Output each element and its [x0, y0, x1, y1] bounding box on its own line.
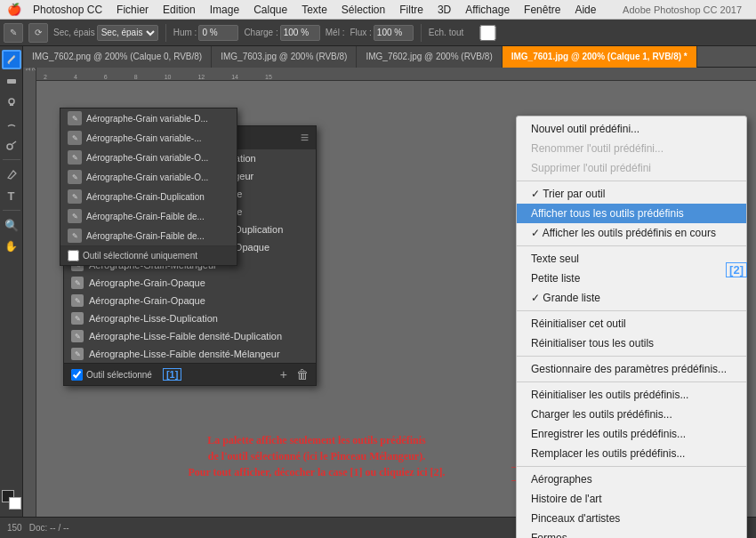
- tab-1[interactable]: IMG_7603.jpg @ 200% (RVB/8): [212, 46, 357, 68]
- tab-2[interactable]: IMG_7602.jpg @ 200% (RVB/8): [357, 46, 502, 68]
- ruler-vertical: 1234: [23, 68, 36, 517]
- ech-label: Ech. tout: [429, 28, 463, 37]
- tpd-item-icon-1: ✎: [68, 131, 82, 145]
- tpd-list: ✎Aérographe-Grain variable-D...✎Aérograp…: [60, 108, 237, 245]
- tpd-item-1[interactable]: ✎Aérographe-Grain variable-...: [60, 128, 237, 148]
- ctx-item-8[interactable]: Texte seul: [517, 249, 746, 269]
- tpd-item-2[interactable]: ✎Aérographe-Grain variable-O...: [60, 148, 237, 167]
- ctx-item-18[interactable]: Charger les outils prédéfinis...: [517, 405, 746, 424]
- ctx-item-19[interactable]: Enregistrer les outils prédéfinis...: [517, 424, 746, 444]
- brush-tool-icon[interactable]: ✎: [4, 23, 23, 43]
- panel-item-8[interactable]: ✎Aérographe-Grain-Opaque: [64, 292, 316, 309]
- panel-add-icon[interactable]: +: [280, 367, 287, 381]
- menu-affichage[interactable]: Affichage: [459, 2, 516, 18]
- stamp-tool-btn[interactable]: [2, 92, 21, 112]
- ctx-item-2: Supprimer l'outil prédéfini: [517, 158, 746, 178]
- ctx-item-23[interactable]: Histoire de l'art: [517, 489, 746, 509]
- charge-field: Charge :: [244, 25, 319, 41]
- mel-label: Mél :: [326, 28, 345, 37]
- tab-bar: IMG_7602.png @ 200% (Calque 0, RVB/8) IM…: [23, 46, 756, 68]
- panel-checkbox-text: Outil sélectionné: [86, 370, 152, 380]
- tpd-footer: Outil sélectionné uniquement: [60, 245, 237, 265]
- menu-texte[interactable]: Texte: [295, 2, 334, 18]
- ctx-item-25[interactable]: Formes: [517, 528, 746, 538]
- options-bar: ✎ ⟳ Sec, épais Sec, épais Hum : 0 % Char…: [0, 20, 756, 46]
- flux-label: Flux :: [350, 28, 371, 37]
- type-tool-btn[interactable]: T: [2, 186, 21, 205]
- flux-input[interactable]: [374, 25, 414, 41]
- menu-edition[interactable]: Edition: [157, 2, 202, 18]
- toolbar-separator: [3, 159, 20, 160]
- ruler-horizontal: 2 4 6 8 10 12 14 15: [36, 68, 756, 81]
- menu-filtre[interactable]: Filtre: [393, 2, 430, 18]
- tpd-item-6[interactable]: ✎Aérographe-Grain-Faible de...: [60, 226, 237, 245]
- dodge-tool-btn[interactable]: [2, 135, 21, 155]
- tpd-item-0[interactable]: ✎Aérographe-Grain variable-D...: [60, 108, 237, 128]
- tpd-item-icon-3: ✎: [68, 170, 82, 184]
- panel-item-11[interactable]: ✎Aérographe-Lisse-Faible densité-Mélange…: [64, 345, 316, 363]
- zoom-level: 150: [7, 523, 22, 533]
- smudge-tool-btn[interactable]: [2, 114, 21, 133]
- ctx-item-9[interactable]: Petite liste: [517, 269, 746, 288]
- brush-tool-btn[interactable]: [2, 50, 21, 69]
- ctx-item-12[interactable]: Réinitialiser cet outil: [517, 314, 746, 333]
- menu-aide[interactable]: Aide: [568, 2, 602, 18]
- panel-item-9[interactable]: ✎Aérographe-Lisse-Duplication: [64, 309, 316, 327]
- menu-calque[interactable]: Calque: [247, 2, 294, 18]
- ctx-item-13[interactable]: Réinitialiser tous les outils: [517, 333, 746, 353]
- eraser-tool-btn[interactable]: [2, 71, 21, 91]
- ctx-item-5[interactable]: Afficher tous les outils prédéfinis: [517, 204, 746, 223]
- charge-label: Charge :: [244, 28, 277, 37]
- svg-line-4: [12, 141, 16, 144]
- tab-0[interactable]: IMG_7602.png @ 200% (Calque 0, RVB/8): [23, 46, 212, 68]
- tool-preset-dropdown: ✎Aérographe-Grain variable-D...✎Aérograp…: [60, 108, 237, 266]
- size-select[interactable]: Sec, épais: [97, 25, 158, 41]
- panel-delete-icon[interactable]: 🗑: [296, 367, 309, 381]
- hum-field: Hum : 0 %: [173, 25, 239, 41]
- pen-tool-btn[interactable]: [2, 165, 21, 184]
- panel-checkbox-label[interactable]: Outil sélectionné: [71, 369, 152, 381]
- tpd-item-icon-2: ✎: [68, 150, 82, 165]
- tpd-item-icon-4: ✎: [68, 189, 82, 204]
- ctx-item-20[interactable]: Remplacer les outils prédéfinis...: [517, 444, 746, 463]
- tpd-item-3[interactable]: ✎Aérographe-Grain variable-O...: [60, 167, 237, 187]
- tpd-checkbox[interactable]: [68, 250, 79, 261]
- tab-3[interactable]: IMG_7601.jpg @ 200% (Calque 1, RVB/8) *: [503, 46, 697, 68]
- foreground-bg-tools: [2, 490, 21, 513]
- panel-item-icon-7: ✎: [71, 277, 84, 289]
- mel-field: Mél :: [326, 28, 345, 37]
- menu-fichier[interactable]: Fichier: [110, 2, 155, 18]
- zoom-tool-btn[interactable]: 🔍: [2, 215, 21, 235]
- tpd-item-4[interactable]: ✎Aérographe-Grain-Duplication: [60, 187, 237, 206]
- menu-selection[interactable]: Sélection: [335, 2, 391, 18]
- panel-menu-icon[interactable]: ≡: [301, 130, 309, 146]
- hum-input[interactable]: 0 %: [198, 25, 238, 41]
- ctx-item-24[interactable]: Pinceaux d'artistes: [517, 509, 746, 528]
- ctx-item-4[interactable]: Trier par outil: [517, 184, 746, 204]
- panel-item-10[interactable]: ✎Aérographe-Lisse-Faible densité-Duplica…: [64, 327, 316, 345]
- hand-tool-btn[interactable]: ✋: [2, 237, 21, 256]
- panel-item-7[interactable]: ✎Aérographe-Grain-Opaque: [64, 274, 316, 292]
- ech-checkbox[interactable]: [468, 25, 508, 41]
- menu-fenetre[interactable]: Fenêtre: [518, 2, 567, 18]
- ctx-item-6[interactable]: Afficher les outils prédéfinis en cours: [517, 223, 746, 243]
- charge-input[interactable]: [280, 25, 320, 41]
- tpd-checkbox-label[interactable]: Outil sélectionné uniquement: [68, 250, 197, 261]
- status-text: Doc: -- / --: [29, 523, 69, 533]
- menu-photoshop[interactable]: Photoshop CC: [27, 2, 109, 18]
- ctx-item-0[interactable]: Nouvel outil prédéfini...: [517, 119, 746, 139]
- mixer-brush-icon[interactable]: ⟳: [28, 23, 48, 43]
- ctx-item-17[interactable]: Réinitialiser les outils prédéfinis...: [517, 385, 746, 405]
- ctx-item-10[interactable]: Grande liste: [517, 288, 746, 308]
- ctx-item-22[interactable]: Aérographes: [517, 470, 746, 489]
- tpd-item-5[interactable]: ✎Aérographe-Grain-Faible de...: [60, 206, 237, 226]
- tpd-item-icon-5: ✎: [68, 209, 82, 223]
- background-color[interactable]: [9, 497, 21, 510]
- apple-icon[interactable]: 🍎: [7, 3, 21, 16]
- panel-checkbox[interactable]: [71, 369, 83, 381]
- ctx-sep-21: [517, 466, 746, 467]
- menu-image[interactable]: Image: [204, 2, 245, 18]
- ctx-item-15[interactable]: Gestionnaire des paramètres prédéfinis..…: [517, 359, 746, 379]
- menu-3d[interactable]: 3D: [431, 2, 457, 18]
- hum-label: Hum :: [173, 28, 197, 37]
